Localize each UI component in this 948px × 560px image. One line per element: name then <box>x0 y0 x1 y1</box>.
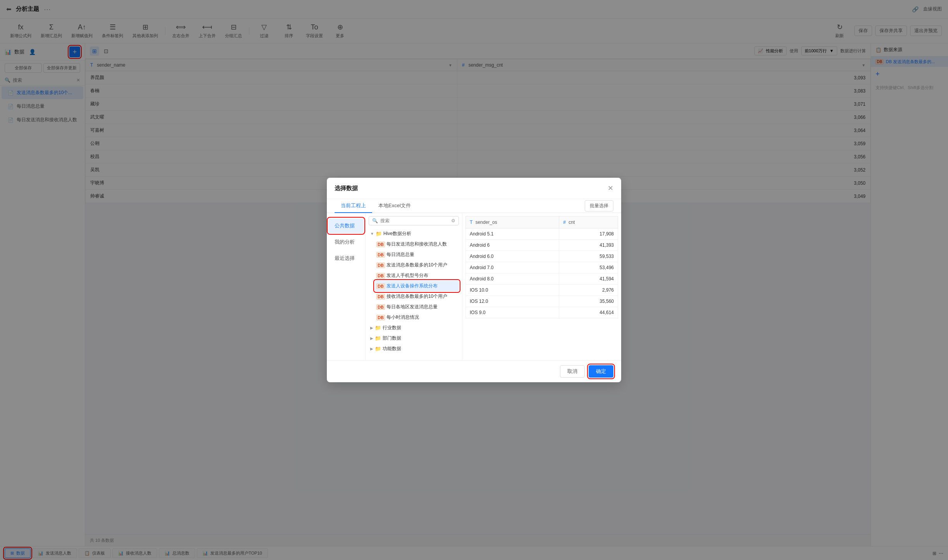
modal-table-row: Android 7.0 53,496 <box>466 262 618 273</box>
modal-nav-my-analysis[interactable]: 我的分析 <box>328 235 364 249</box>
select-data-modal: 选择数据 ✕ 当前工程上 本地Excel文件 批量选择 公共数据 我的分析 最近… <box>327 178 621 382</box>
tree-node-os-dist[interactable]: DB 发送人设备操作系统分布 <box>375 281 459 291</box>
tree-search-filter-icon[interactable]: ⚙ <box>451 218 455 223</box>
tree-node-industry[interactable]: ▶ 📁 行业数据 <box>369 323 459 333</box>
batch-select-wrapper: 批量选择 <box>585 200 613 211</box>
batch-select-btn[interactable]: 批量选择 <box>585 200 613 211</box>
modal-footer: 取消 确定 <box>327 360 621 382</box>
tree-node-daily-total[interactable]: DB 每日消息总量 <box>375 249 459 260</box>
text-icon-modal: T <box>470 220 472 225</box>
folder-icon-2: 📁 <box>375 325 381 331</box>
tree-node-top10-sender[interactable]: DB 发送消息条数最多的10个用户 <box>375 260 459 270</box>
modal-title: 选择数据 <box>335 185 358 192</box>
cell-os: Android 8.0 <box>466 273 559 285</box>
tree-node-hourly[interactable]: DB 每小时消息情况 <box>375 312 459 323</box>
cell-cnt: 59,533 <box>559 251 618 262</box>
cell-cnt: 41,393 <box>559 240 618 251</box>
expand-icon-2: ▶ <box>370 326 373 330</box>
db-icon-1: DB <box>376 252 385 258</box>
modal-overlay: 选择数据 ✕ 当前工程上 本地Excel文件 批量选择 公共数据 我的分析 最近… <box>0 0 948 560</box>
cell-cnt: 35,560 <box>559 296 618 307</box>
tree-search: 🔍 ⚙ <box>369 216 459 225</box>
modal-table-row: Android 8.0 41,594 <box>466 273 618 285</box>
modal-table-row: IOS 9.0 44,614 <box>466 307 618 318</box>
modal-table-row: IOS 12.0 35,560 <box>466 296 618 307</box>
modal-cancel-btn[interactable]: 取消 <box>560 365 585 378</box>
cell-os: Android 7.0 <box>466 262 559 273</box>
cell-cnt: 53,496 <box>559 262 618 273</box>
tree-node-hive[interactable]: ▼ 📁 Hive数据分析 <box>369 228 459 239</box>
tree-node-top10-receiver[interactable]: DB 接收消息条数最多的10个用户 <box>375 291 459 302</box>
modal-tab-1[interactable]: 本地Excel文件 <box>372 199 417 213</box>
modal-result-table: T sender_os # cnt Android 5.1 17,908 And… <box>465 216 618 318</box>
modal-nav-public[interactable]: 公共数据 <box>328 218 364 233</box>
modal-close-btn[interactable]: ✕ <box>608 184 613 192</box>
tree-node-daily-send[interactable]: DB 每日发送消息和接收消息人数 <box>375 239 459 249</box>
expand-icon: ▼ <box>370 232 374 236</box>
expand-icon-4: ▶ <box>370 347 373 351</box>
tree-search-icon: 🔍 <box>372 218 378 223</box>
modal-content: 公共数据 我的分析 最近选择 🔍 ⚙ ▼ 📁 Hive数据分析 DB <box>327 213 621 360</box>
modal-table-row: Android 5.1 17,908 <box>466 228 618 240</box>
cell-os: IOS 10.0 <box>466 285 559 296</box>
folder-icon-4: 📁 <box>375 346 381 352</box>
db-icon-7: DB <box>376 315 385 320</box>
modal-tree: 🔍 ⚙ ▼ 📁 Hive数据分析 DB 每日发送消息和接收消息人数 DB 每日消… <box>366 213 462 360</box>
cell-cnt: 41,594 <box>559 273 618 285</box>
modal-tab-0[interactable]: 当前工程上 <box>335 199 372 213</box>
cell-os: Android 6.0 <box>466 251 559 262</box>
cell-cnt: 2,976 <box>559 285 618 296</box>
modal-table-area: T sender_os # cnt Android 5.1 17,908 And… <box>462 213 621 360</box>
modal-col-cnt[interactable]: # cnt <box>559 216 618 228</box>
db-icon-3: DB <box>376 273 385 278</box>
cell-os: Android 6 <box>466 240 559 251</box>
tree-node-daily-region[interactable]: DB 每日各地区发送消息总量 <box>375 302 459 312</box>
db-icon-4: DB <box>376 283 385 289</box>
modal-nav-recent[interactable]: 最近选择 <box>328 251 364 266</box>
db-icon-0: DB <box>376 242 385 247</box>
db-icon-6: DB <box>376 304 385 310</box>
folder-icon: 📁 <box>376 231 382 237</box>
tree-node-func[interactable]: ▶ 📁 功能数据 <box>369 344 459 354</box>
cell-cnt: 17,908 <box>559 228 618 240</box>
modal-tabs-row: 当前工程上 本地Excel文件 批量选择 <box>327 199 621 213</box>
tree-node-phone-model[interactable]: DB 发送人手机型号分布 <box>375 270 459 281</box>
modal-ok-btn[interactable]: 确定 <box>589 365 613 378</box>
tree-search-input[interactable] <box>380 218 449 223</box>
modal-table-row: IOS 10.0 2,976 <box>466 285 618 296</box>
cell-os: Android 5.1 <box>466 228 559 240</box>
modal-header: 选择数据 ✕ <box>327 178 621 199</box>
db-icon-2: DB <box>376 263 385 268</box>
tree-node-dept[interactable]: ▶ 📁 部门数据 <box>369 333 459 344</box>
modal-table-row: Android 6 41,393 <box>466 240 618 251</box>
db-icon-5: DB <box>376 294 385 299</box>
folder-icon-3: 📁 <box>375 335 381 341</box>
modal-nav: 公共数据 我的分析 最近选择 <box>327 213 366 360</box>
modal-col-sender-os[interactable]: T sender_os <box>466 216 559 228</box>
cell-cnt: 44,614 <box>559 307 618 318</box>
modal-table-row: Android 6.0 59,533 <box>466 251 618 262</box>
cell-os: IOS 12.0 <box>466 296 559 307</box>
expand-icon-3: ▶ <box>370 336 373 340</box>
cell-os: IOS 9.0 <box>466 307 559 318</box>
num-icon-modal: # <box>563 220 566 225</box>
